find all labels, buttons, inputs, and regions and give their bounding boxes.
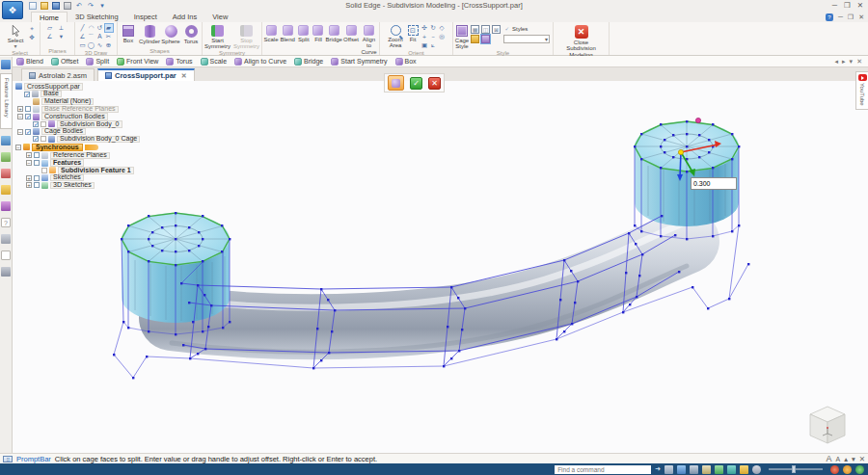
cylinder-button[interactable]: Cylinder [139, 23, 160, 44]
common-views-icon[interactable]: ◇ [438, 24, 446, 32]
angle-draw-icon[interactable]: ∠ [79, 33, 87, 40]
doc-tab-close-icon[interactable]: ✕ [181, 72, 187, 80]
collapse-icon[interactable]: − [15, 145, 21, 150]
tree-row-sketches[interactable]: + Sketches [15, 174, 170, 182]
youtube-side-tab[interactable]: YouTube [855, 71, 868, 110]
shaded-style-icon[interactable] [471, 35, 479, 43]
tree-row-base[interactable]: ✓ Base [15, 91, 170, 98]
undo-icon[interactable]: ↶ [75, 2, 83, 10]
sketches-checkbox[interactable] [34, 175, 40, 181]
open-icon[interactable] [41, 2, 48, 10]
look-at-icon[interactable]: ◎ [438, 33, 446, 40]
visible-edges-style-icon[interactable]: ◫ [481, 25, 490, 34]
tree-row-features[interactable]: − Features [15, 159, 170, 167]
doc-tab-crosssupport[interactable]: CrossSupport.par ✕ [97, 68, 195, 81]
plane-normal-icon[interactable]: ⟂ [58, 24, 66, 32]
styles-dropdown[interactable] [503, 35, 550, 43]
select-face-icon[interactable]: ▰ [105, 24, 113, 32]
customize-qat-icon[interactable]: ▾ [98, 2, 106, 10]
pan-status-icon[interactable] [715, 465, 723, 474]
quickbar-next-icon[interactable]: ▸ [842, 58, 846, 66]
doc-close-button[interactable]: ✕ [858, 13, 864, 21]
promptbar-down-icon[interactable]: ▾ [852, 455, 855, 463]
zoom-slider[interactable] [769, 468, 823, 470]
zoom-out-icon[interactable]: － [429, 33, 437, 40]
quickbar-split[interactable]: Split [86, 58, 109, 66]
fill-button[interactable]: Fill [312, 23, 324, 42]
align-to-curve-button[interactable]: Align to Curve [360, 23, 378, 55]
quickbar-box[interactable]: Box [395, 58, 417, 66]
promptbar-up-icon[interactable]: ▴ [844, 455, 848, 463]
find-go-icon[interactable]: ➜ [655, 465, 661, 473]
measure-icon[interactable] [1, 234, 11, 244]
graphics-window[interactable]: CrossSupport.par ✓ Base Material (None) … [0, 81, 868, 453]
tree-row-root[interactable]: CrossSupport.par [15, 83, 170, 91]
promptbar-close-icon[interactable]: ✕ [859, 455, 865, 463]
subdivision-cage-status-box[interactable] [41, 136, 46, 142]
quickbar-bridge[interactable]: Bridge [294, 58, 323, 66]
tree-row-subdivision-feature[interactable]: Subdivision Feature 1 [15, 167, 170, 174]
expand-icon[interactable]: + [26, 182, 32, 188]
reference-planes-checkbox[interactable] [34, 152, 40, 158]
collapse-icon[interactable]: − [17, 129, 23, 135]
layers-icon[interactable] [1, 152, 11, 162]
zoom-slider-handle[interactable] [792, 465, 796, 473]
rect-icon[interactable]: ▭ [79, 41, 87, 49]
3d-sketches-checkbox[interactable] [34, 182, 40, 188]
split-command-button[interactable] [388, 75, 404, 91]
base-ref-planes-checkbox[interactable] [25, 106, 31, 112]
tab-3d-sketching[interactable]: 3D Sketching [68, 12, 126, 22]
grid-panel-icon[interactable] [1, 251, 11, 260]
minimize-button[interactable]: ─ [832, 1, 837, 10]
quickbar-offset[interactable]: Offset [51, 58, 79, 66]
curve-icon[interactable]: ↺ [96, 24, 104, 32]
online-status-icon[interactable] [855, 465, 864, 474]
quickbar-scale[interactable]: Scale [201, 58, 228, 66]
arc-icon[interactable]: ◠ [88, 24, 95, 32]
subdivision-cage-checkbox[interactable]: ✓ [33, 136, 39, 142]
line-icon[interactable]: ╱ [79, 24, 87, 32]
wireframe-style-icon[interactable]: ▦ [471, 25, 479, 34]
blend-button[interactable]: Blend [280, 23, 295, 42]
arc2-icon[interactable]: ⌒ [88, 33, 95, 40]
doc-restore-button[interactable]: ❐ [848, 13, 854, 21]
tree-row-subdivision-body[interactable]: ✓ Subdivision Body_0 [15, 120, 170, 128]
subdivision-body-checkbox[interactable]: ✓ [33, 121, 39, 127]
restore-button[interactable]: ❐ [844, 1, 851, 10]
quickbar-more-icon[interactable]: ▾ [850, 58, 854, 66]
close-subdivision-modeling-button[interactable]: ✕ Close Subdivision Modeling [559, 23, 604, 58]
trim-icon[interactable]: ✂ [105, 33, 113, 40]
key-icon[interactable] [1, 185, 11, 195]
quickbar-close-icon[interactable]: ✕ [856, 58, 862, 66]
cage-style-button[interactable]: Cage Style [454, 23, 470, 50]
quickbar-torus[interactable]: Torus [166, 58, 192, 66]
expand-icon[interactable]: + [26, 175, 32, 181]
doc-minimize-button[interactable]: ─ [838, 13, 843, 21]
tree-row-3d-sketches[interactable]: + 3D Sketches [15, 182, 170, 190]
select-button[interactable]: Select ▾ [4, 23, 27, 50]
library-icon[interactable] [1, 136, 11, 145]
palette-icon[interactable] [1, 201, 11, 211]
font-decrease-icon[interactable]: A [836, 456, 841, 462]
redo-icon[interactable]: ↷ [87, 2, 95, 10]
settings-panel-icon[interactable] [1, 267, 11, 277]
view-cube[interactable] [810, 407, 845, 443]
collapse-icon[interactable]: − [17, 114, 23, 119]
collapse-icon[interactable]: − [26, 160, 32, 166]
close-button[interactable]: ✕ [857, 1, 863, 10]
alert-status-icon[interactable] [843, 465, 852, 474]
view-styles-status-icon[interactable] [752, 465, 761, 474]
perspective-icon[interactable]: ⟀ [429, 41, 437, 49]
rotate-status-icon[interactable] [727, 465, 736, 474]
plane-more-icon[interactable]: ▾ [58, 33, 66, 40]
tree-row-synchronous[interactable]: − Synchronous [15, 143, 170, 151]
construction-bodies-checkbox[interactable]: ✓ [25, 114, 31, 119]
quickbar-align-to-curve[interactable]: Align to Curve [234, 58, 286, 66]
zoom-tool-status-icon[interactable] [677, 465, 686, 474]
features-checkbox[interactable] [34, 160, 40, 166]
tree-row-subdivision-body-cage[interactable]: ✓ Subdivision Body_0 Cage [15, 136, 170, 144]
shaded-with-edges-style-icon[interactable] [481, 35, 490, 43]
plane-angle-icon[interactable]: ∠ [46, 33, 54, 40]
help-panel-icon[interactable]: ? [1, 218, 11, 227]
expand-icon[interactable]: + [26, 152, 32, 158]
